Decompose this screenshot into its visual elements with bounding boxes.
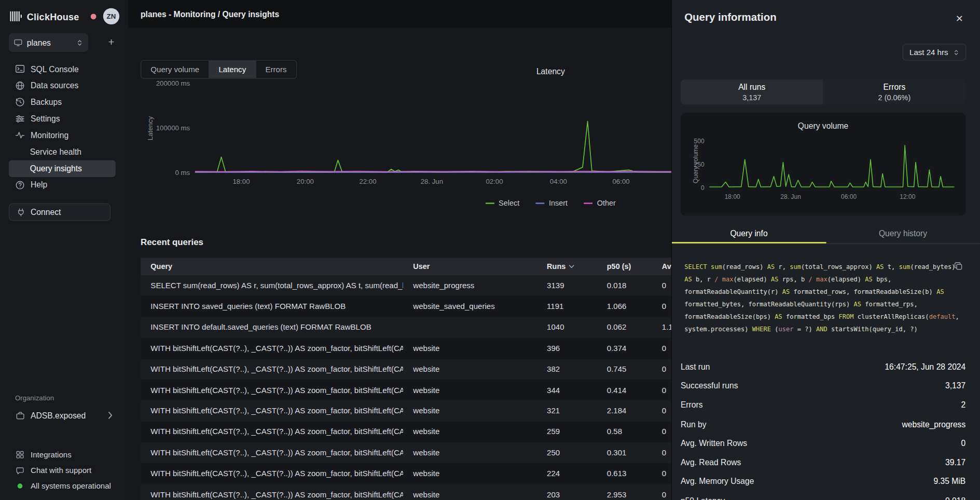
globe-icon xyxy=(15,80,25,90)
column-query[interactable]: Query xyxy=(141,262,403,271)
query-volume-chart: 025050018:0028. Jun06:0012:00 xyxy=(682,134,963,204)
table-row[interactable]: WITH bitShiftLeft(CAST(?..), _CAST(?..))… xyxy=(141,380,722,400)
details-list: Last run16:47:25, Jun 28 2024Successful … xyxy=(681,357,965,500)
sidebar-item-monitoring[interactable]: Monitoring xyxy=(9,127,116,144)
svg-text:250: 250 xyxy=(694,161,705,168)
sidebar-item-backups[interactable]: Backups xyxy=(9,94,116,111)
cell-runs: 1191 xyxy=(537,302,597,311)
detail-label: Avg. Read Rows xyxy=(681,458,741,467)
column-p50[interactable]: p50 (s) xyxy=(597,262,652,271)
svg-text:06:00: 06:00 xyxy=(841,193,857,200)
sidebar-item-settings[interactable]: Settings xyxy=(9,111,116,127)
detail-label: Avg. Memory Usage xyxy=(681,477,754,486)
sidebar-item-query-insights[interactable]: Query insights xyxy=(9,160,116,177)
stat-label: All runs xyxy=(738,82,765,91)
table-row[interactable]: SELECT sum(read_rows) AS r, sum(total_ro… xyxy=(141,275,722,296)
brand-name: ClickHouse xyxy=(27,11,79,21)
add-service-button[interactable]: + xyxy=(103,34,119,50)
sidebar-nav: SQL Console Data sources Backups xyxy=(0,61,128,193)
legend-other[interactable]: Other xyxy=(584,199,615,208)
sidebar: ClickHouse ZN planes + xyxy=(0,0,128,500)
query-volume-card: Query volume Query volume 025050018:0028… xyxy=(681,113,965,216)
time-range-value: Last 24 hrs xyxy=(909,48,948,57)
detail-row: Avg. Written Rows0 xyxy=(681,434,965,453)
avatar[interactable]: ZN xyxy=(103,8,119,24)
detail-row: p50 Latency0.018 xyxy=(681,491,965,500)
detail-row: Last run16:47:25, Jun 28 2024 xyxy=(681,357,965,376)
table-row[interactable]: WITH bitShiftLeft(CAST(?..), _CAST(?..))… xyxy=(141,484,722,500)
sidebar-item-chat-support[interactable]: Chat with support xyxy=(0,462,128,478)
notification-dot xyxy=(91,13,96,19)
close-icon[interactable]: ✕ xyxy=(951,10,968,26)
sidebar-item-integrations[interactable]: Integrations xyxy=(0,447,128,462)
app: ClickHouse ZN planes + xyxy=(0,0,980,500)
system-status[interactable]: All systems operational xyxy=(0,478,128,493)
tab-query-history[interactable]: Query history xyxy=(826,224,980,243)
detail-row: Successful runs3,137 xyxy=(681,376,965,396)
cell-runs: 250 xyxy=(537,449,597,457)
organization-selector[interactable]: ADSB.exposed xyxy=(0,407,128,423)
panel-title: Query information xyxy=(684,11,777,24)
svg-text:100000 ms: 100000 ms xyxy=(156,124,190,132)
clock-restore-icon xyxy=(15,97,25,107)
legend-select[interactable]: Select xyxy=(486,199,519,208)
cell-p50: 0.062 xyxy=(597,323,652,332)
detail-value: 0.018 xyxy=(945,496,965,500)
organization-name: ADSB.exposed xyxy=(31,411,86,420)
cell-p50: 0.374 xyxy=(597,344,652,353)
breadcrumb: planes - Monitoring / Query insights xyxy=(141,9,279,18)
table-row[interactable]: INSERT INTO saved_queries (text) FORMAT … xyxy=(141,296,722,317)
query-info-panel: Query information ✕ Last 24 hrs All runs… xyxy=(672,0,980,500)
detail-row: Errors2 xyxy=(681,396,965,415)
stat-all-runs[interactable]: All runs 3,137 xyxy=(681,79,823,104)
sql-code: SELECT sum(read_rows) AS r, sum(total_ro… xyxy=(684,254,966,336)
table-row[interactable]: WITH bitShiftLeft(CAST(?..), _CAST(?..))… xyxy=(141,400,722,421)
column-runs[interactable]: Runs xyxy=(537,262,597,271)
sidebar-item-label: Data sources xyxy=(31,81,78,90)
table-row[interactable]: WITH bitShiftLeft(CAST(?..), _CAST(?..))… xyxy=(141,442,722,463)
select-swatch xyxy=(486,202,494,204)
sidebar-item-help[interactable]: Help xyxy=(9,177,116,193)
table-header: Query User Runs p50 (s) Avg. xyxy=(141,258,722,275)
legend-insert[interactable]: Insert xyxy=(536,199,568,208)
plug-icon xyxy=(16,207,25,217)
detail-value: 9.35 MiB xyxy=(933,477,965,486)
cell-p50: 1.066 xyxy=(597,302,652,311)
tab-query-info[interactable]: Query info xyxy=(672,224,826,243)
sidebar-item-label: Query insights xyxy=(30,164,82,173)
stats-toggle: All runs 3,137 Errors 2 (0.06%) xyxy=(681,79,965,104)
grid-icon xyxy=(15,450,25,460)
cell-user: website xyxy=(403,449,537,457)
column-user[interactable]: User xyxy=(403,262,537,271)
table-row[interactable]: INSERT INTO default.saved_queries (text)… xyxy=(141,317,722,338)
table-row[interactable]: WITH bitShiftLeft(CAST(?..), _CAST(?..))… xyxy=(141,463,722,484)
cell-user: website xyxy=(403,386,537,395)
sidebar-item-sql-console[interactable]: SQL Console xyxy=(9,61,116,77)
svg-text:0 ms: 0 ms xyxy=(175,169,190,177)
svg-text:28. Jun: 28. Jun xyxy=(780,193,800,200)
detail-value: 3,137 xyxy=(945,381,965,390)
cell-p50: 0.745 xyxy=(597,365,652,374)
table-row[interactable]: WITH bitShiftLeft(CAST(?..), _CAST(?..))… xyxy=(141,338,722,359)
insert-swatch xyxy=(536,202,545,204)
table-row[interactable]: WITH bitShiftLeft(CAST(?..), _CAST(?..))… xyxy=(141,359,722,380)
legend-label: Select xyxy=(499,199,519,208)
sidebar-item-service-health[interactable]: Service health xyxy=(9,143,116,160)
time-range-select[interactable]: Last 24 hrs xyxy=(903,44,967,61)
detail-row: Run bywebsite_progress xyxy=(681,414,965,434)
stat-label: Errors xyxy=(884,82,906,91)
svg-text:500: 500 xyxy=(694,138,705,145)
status-ok-icon xyxy=(18,483,23,489)
sidebar-item-data-sources[interactable]: Data sources xyxy=(9,77,116,94)
table-row[interactable]: WITH bitShiftLeft(CAST(?..), _CAST(?..))… xyxy=(141,422,722,442)
svg-text:02:00: 02:00 xyxy=(486,178,503,185)
chat-bubble-icon xyxy=(15,465,25,475)
copy-icon[interactable] xyxy=(954,260,965,272)
recent-queries-title: Recent queries xyxy=(141,237,203,247)
detail-label: Avg. Written Rows xyxy=(681,439,747,448)
cell-user: website xyxy=(403,365,537,374)
stat-errors[interactable]: Errors 2 (0.06%) xyxy=(823,79,966,104)
connect-button[interactable]: Connect xyxy=(9,204,111,221)
cell-query: WITH bitShiftLeft(CAST(?..), _CAST(?..))… xyxy=(141,386,403,395)
workspace-selector[interactable]: planes xyxy=(9,33,88,52)
